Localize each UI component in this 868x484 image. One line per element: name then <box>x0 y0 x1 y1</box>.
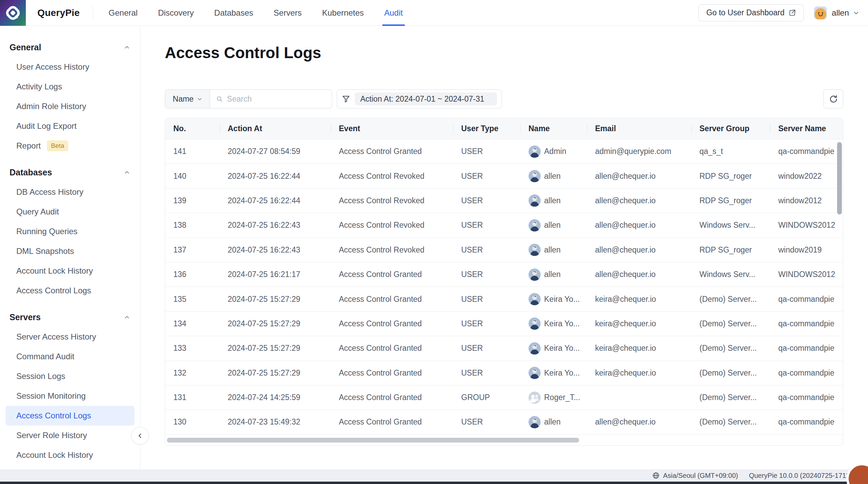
table-row[interactable]: 1362024-07-25 16:21:17Access Control Gra… <box>165 262 843 287</box>
sidebar-item-command-audit[interactable]: Command Audit <box>5 347 135 366</box>
version-label: QueryPie 10.0.0 (20240725-171127) <box>749 472 859 480</box>
user-menu[interactable]: allen <box>814 6 859 19</box>
sidebar-item-access-control-logs[interactable]: Access Control Logs <box>5 406 135 426</box>
sidebar-item-label: Access Control Logs <box>16 411 91 420</box>
cell-email: allen@chequer.io <box>587 262 691 287</box>
cell-server-group: RDP SG_roger <box>691 189 770 213</box>
cell-user-type: USER <box>453 312 520 336</box>
sidebar-item-account-lock-history[interactable]: Account Lock History <box>5 445 135 465</box>
sidebar-item-label: User Access History <box>16 62 89 72</box>
user-name-label: allen <box>544 417 561 427</box>
chevron-up-icon <box>124 45 130 50</box>
cell-name: Admin <box>520 139 587 163</box>
sidebar-item-report[interactable]: Report Beta <box>5 136 135 156</box>
filter-funnel-icon <box>342 95 350 103</box>
cell-event: Access Control Revoked <box>331 189 453 213</box>
search-input[interactable] <box>227 94 326 104</box>
search-field-selector[interactable]: Name <box>165 90 210 108</box>
vertical-scrollbar[interactable] <box>837 142 842 214</box>
user-avatar <box>528 194 541 207</box>
sidebar-item-session-logs[interactable]: Session Logs <box>5 366 135 386</box>
sidebar-item-account-lock-history[interactable]: Account Lock History <box>5 261 135 281</box>
table-row[interactable]: 1342024-07-25 15:27:29Access Control Gra… <box>165 312 843 336</box>
table-row[interactable]: 1322024-07-25 15:27:29Access Control Gra… <box>165 361 843 385</box>
sidebar-section: General User Access History Activity Log… <box>5 37 135 156</box>
sidebar-item-access-control-logs[interactable]: Access Control Logs <box>5 281 135 300</box>
cell-server-name: qa-commandpie <box>770 410 843 434</box>
cell-user-type: GROUP <box>453 385 520 410</box>
cell-email: keira@chequer.io <box>587 336 691 360</box>
sidebar-item-server-role-history[interactable]: Server Role History <box>5 426 135 445</box>
top-nav-item-general[interactable]: General <box>109 0 138 26</box>
table-row[interactable]: 1402024-07-25 16:22:44Access Control Rev… <box>165 164 843 188</box>
sidebar-section-items: DB Access History Query Audit Running Qu… <box>5 182 135 300</box>
cell-email: allen@chequer.io <box>587 164 691 188</box>
sidebar-section-header[interactable]: General <box>5 37 135 57</box>
go-to-user-dashboard-button[interactable]: Go to User Dashboard <box>698 4 804 21</box>
cell-server-group: (Demo) Server... <box>691 410 770 434</box>
cell-server-name: qa-commandpie <box>770 287 843 311</box>
sidebar-section-header[interactable]: Servers <box>5 307 135 327</box>
sidebar-item-dml-snapshots[interactable]: DML Snapshots <box>5 241 135 261</box>
top-nav-item-label: Servers <box>274 8 302 18</box>
table-row[interactable]: 1312024-07-24 14:25:59Access Control Gra… <box>165 385 843 410</box>
cell-action-at: 2024-07-25 15:27:29 <box>220 361 331 385</box>
top-nav-item-kubernetes[interactable]: Kubernetes <box>322 0 364 26</box>
column-header-user-type: User Type <box>453 118 520 139</box>
cell-action-at: 2024-07-25 16:22:44 <box>220 189 331 213</box>
cell-user-type: USER <box>453 238 520 262</box>
cell-server-group: RDP SG_roger <box>691 164 770 188</box>
table-row[interactable]: 1372024-07-25 16:22:43Access Control Rev… <box>165 238 843 262</box>
sidebar-item-db-access-history[interactable]: DB Access History <box>5 182 135 202</box>
cell-action-at: 2024-07-25 15:27:29 <box>220 336 331 360</box>
cell-no: 137 <box>165 238 220 262</box>
sidebar-item-running-queries[interactable]: Running Queries <box>5 222 135 241</box>
table-row[interactable]: 1302024-07-23 15:49:32Access Control Gra… <box>165 410 843 434</box>
top-bar: QueryPie General Discovery Databases Ser… <box>0 0 868 26</box>
user-avatar <box>528 244 541 256</box>
group-avatar <box>528 392 541 404</box>
cell-server-name: window2019 <box>770 238 843 262</box>
sidebar-item-label: Account Lock History <box>16 450 93 460</box>
cell-no: 130 <box>165 410 220 434</box>
chevron-up-icon <box>124 170 130 175</box>
top-nav-item-servers[interactable]: Servers <box>274 0 302 26</box>
cell-server-group: Windows Serv... <box>691 262 770 287</box>
sidebar-item-user-access-history[interactable]: User Access History <box>5 57 135 77</box>
user-name-label: allen <box>544 245 561 255</box>
sidebar-section: Databases DB Access History Query Audit … <box>5 162 135 300</box>
top-nav-item-audit[interactable]: Audit <box>384 0 403 26</box>
column-header-no-: No. <box>165 118 220 139</box>
cell-server-name: qa-commandpie <box>770 361 843 385</box>
cell-no: 132 <box>165 361 220 385</box>
cell-name: allen <box>520 189 587 213</box>
user-avatar <box>528 367 541 379</box>
sidebar-item-server-access-history[interactable]: Server Access History <box>5 327 135 347</box>
sidebar-item-audit-log-export[interactable]: Audit Log Export <box>5 116 135 136</box>
sidebar-item-admin-role-history[interactable]: Admin Role History <box>5 97 135 116</box>
sidebar-collapse-button[interactable] <box>131 427 149 445</box>
top-nav-item-discovery[interactable]: Discovery <box>158 0 194 26</box>
horizontal-scrollbar[interactable] <box>167 438 579 443</box>
sidebar-section-header[interactable]: Databases <box>5 162 135 182</box>
table-row[interactable]: 1412024-07-27 08:54:59Access Control Gra… <box>165 139 843 164</box>
refresh-button[interactable] <box>823 89 843 108</box>
table-row[interactable]: 1352024-07-25 15:27:29Access Control Gra… <box>165 287 843 311</box>
table-row[interactable]: 1382024-07-25 16:22:43Access Control Rev… <box>165 213 843 238</box>
sidebar-item-label: DB Access History <box>16 187 83 197</box>
table-body: 1412024-07-27 08:54:59Access Control Gra… <box>165 139 843 435</box>
sidebar-item-session-monitoring[interactable]: Session Monitoring <box>5 386 135 406</box>
search-box <box>210 90 332 108</box>
table-row[interactable]: 1392024-07-25 16:22:44Access Control Rev… <box>165 189 843 213</box>
sidebar-item-query-audit[interactable]: Query Audit <box>5 202 135 222</box>
cell-server-name: qa-commandpie <box>770 139 843 163</box>
table-row[interactable]: 1332024-07-25 15:27:29Access Control Gra… <box>165 336 843 361</box>
action-at-filter-chip[interactable]: Action At: 2024-07-01 ~ 2024-07-31 <box>355 92 497 105</box>
cell-user-type: USER <box>453 139 520 163</box>
sidebar-item-label: Server Role History <box>16 431 87 440</box>
cell-user-type: USER <box>453 287 520 311</box>
top-nav-item-databases[interactable]: Databases <box>214 0 253 26</box>
top-nav-item-label: General <box>109 8 138 18</box>
sidebar-item-activity-logs[interactable]: Activity Logs <box>5 77 135 97</box>
cell-no: 136 <box>165 262 220 287</box>
